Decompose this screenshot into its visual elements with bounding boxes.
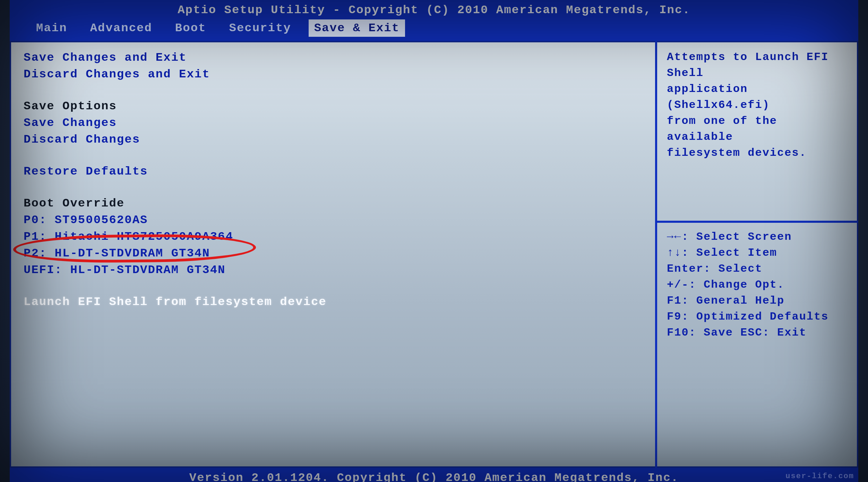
help-text: Attempts to Launch EFI Shell application… bbox=[667, 49, 849, 161]
key-select-screen: →←: Select Screen bbox=[667, 229, 849, 245]
menu-discard-changes-and-exit[interactable]: Discard Changes and Exit bbox=[24, 66, 641, 83]
menu-boot-p2[interactable]: P2: HL-DT-STDVDRAM GT34N bbox=[24, 245, 641, 262]
bios-footer-bar: Version 2.01.1204. Copyright (C) 2010 Am… bbox=[10, 468, 858, 482]
key-help-block: →←: Select Screen ↑↓: Select Item Enter:… bbox=[667, 217, 849, 341]
key-enter: Enter: Select bbox=[667, 261, 849, 277]
heading-boot-override: Boot Override bbox=[24, 195, 641, 212]
arrows-up-down-icon: ↑↓: bbox=[667, 246, 689, 259]
tab-advanced[interactable]: Advanced bbox=[85, 19, 158, 37]
key-f1: F1: General Help bbox=[667, 293, 849, 309]
menu-restore-defaults[interactable]: Restore Defaults bbox=[24, 163, 641, 180]
menu-discard-changes[interactable]: Discard Changes bbox=[24, 131, 641, 148]
key-change-opt: +/-: Change Opt. bbox=[667, 277, 849, 293]
help-line: from one of the available bbox=[667, 113, 849, 145]
key-select-item: ↑↓: Select Item bbox=[667, 245, 849, 261]
heading-save-options: Save Options bbox=[24, 98, 641, 115]
bios-body: Save Changes and Exit Discard Changes an… bbox=[10, 41, 858, 468]
tab-main[interactable]: Main bbox=[31, 19, 73, 37]
menu-pane: Save Changes and Exit Discard Changes an… bbox=[10, 41, 657, 468]
bios-title: Aptio Setup Utility - Copyright (C) 2010… bbox=[178, 2, 690, 18]
menu-save-changes[interactable]: Save Changes bbox=[24, 115, 641, 131]
menu-boot-p1[interactable]: P1: Hitachi HTS725050A9A364 bbox=[24, 228, 641, 245]
menu-save-changes-and-exit[interactable]: Save Changes and Exit bbox=[24, 49, 641, 66]
arrows-left-right-icon: →←: bbox=[667, 230, 689, 243]
watermark: user-life.com bbox=[785, 472, 854, 481]
menu-launch-efi-shell[interactable]: Launch EFI Shell from filesystem device bbox=[24, 294, 641, 310]
help-line: filesystem devices. bbox=[667, 145, 849, 161]
tab-row: Main Advanced Boot Security Save & Exit bbox=[10, 18, 858, 40]
tab-save-exit[interactable]: Save & Exit bbox=[309, 19, 405, 37]
help-line: Attempts to Launch EFI Shell bbox=[667, 49, 849, 81]
help-pane: Attempts to Launch EFI Shell application… bbox=[657, 41, 858, 468]
key-f10-esc: F10: Save ESC: Exit bbox=[667, 325, 849, 341]
bios-header-bar: Aptio Setup Utility - Copyright (C) 2010… bbox=[10, 0, 858, 41]
help-line: application (Shellx64.efi) bbox=[667, 81, 849, 113]
bios-footer-text: Version 2.01.1204. Copyright (C) 2010 Am… bbox=[189, 471, 679, 482]
tab-boot[interactable]: Boot bbox=[170, 19, 212, 37]
menu-boot-uefi[interactable]: UEFI: HL-DT-STDVDRAM GT34N bbox=[24, 262, 641, 278]
menu-boot-p0[interactable]: P0: ST95005620AS bbox=[24, 212, 641, 228]
key-f9: F9: Optimized Defaults bbox=[667, 309, 849, 325]
help-divider bbox=[657, 221, 858, 223]
bios-screen: Aptio Setup Utility - Copyright (C) 2010… bbox=[0, 0, 868, 482]
tab-security[interactable]: Security bbox=[223, 19, 297, 37]
